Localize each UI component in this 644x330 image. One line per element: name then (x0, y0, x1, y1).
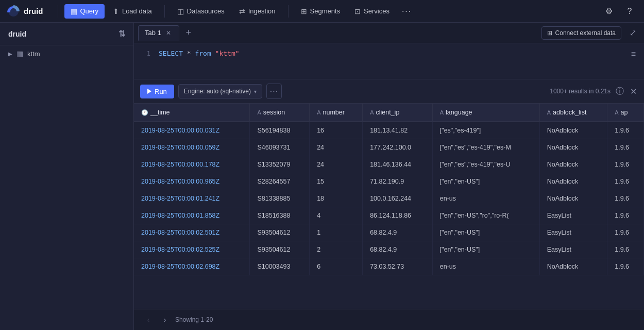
cell-ap: 1.9.6 (607, 224, 644, 241)
col-client-ip[interactable]: Aclient_ip (363, 104, 433, 122)
cell-client_ip: 100.0.162.244 (363, 190, 433, 207)
info-icon[interactable]: ⓘ (615, 85, 625, 98)
col-client-ip-label: client_ip (376, 109, 399, 116)
content-area: Tab 1 ✕ + ⊞ Connect external data ⤢ 1 SE… (134, 23, 644, 330)
nav-label-datasources: Datasources (187, 7, 225, 15)
col-adblock-label: adblock_list (553, 109, 586, 116)
language-col-icon: A (440, 109, 444, 116)
load-data-icon: ⬆ (113, 7, 119, 15)
col-ap[interactable]: Aap (607, 104, 644, 122)
nav-item-ingestion[interactable]: ⇄ Ingestion (233, 4, 282, 19)
nav-item-services[interactable]: ⊡ Services (348, 4, 396, 19)
datasources-icon: ◫ (177, 7, 184, 15)
table-row: 2019-08-25T00:00:00.031ZS5619483816181.1… (134, 122, 644, 139)
cell-adblock_list: NoAdblock (539, 190, 607, 207)
engine-label: Engine: auto (sql-native) (184, 88, 251, 95)
col-time[interactable]: 🕐__time (134, 104, 250, 122)
connect-external-data-button[interactable]: ⊞ Connect external data (541, 26, 621, 40)
sidebar-collapse-icon[interactable]: ⇅ (118, 29, 125, 39)
nav-item-segments[interactable]: ⊞ Segments (295, 4, 347, 19)
cell-number: 18 (310, 190, 363, 207)
cell-time: 2019-08-25T00:00:02.501Z (134, 224, 250, 241)
cell-session: S93504612 (250, 241, 310, 258)
col-language-label: language (446, 109, 472, 116)
table-name: "kttm" (215, 50, 240, 57)
table-row: 2019-08-25T00:00:02.501ZS93504612168.82.… (134, 224, 644, 241)
cell-language: ["en","es","es-419","es-U (432, 156, 539, 173)
cell-language: en-us (432, 258, 539, 275)
sidebar-header: druid ⇅ (0, 23, 133, 45)
add-tab-button[interactable]: + (181, 26, 196, 40)
connect-label: Connect external data (555, 29, 616, 37)
sidebar-item-kttm[interactable]: ▶ ▦ kttm (0, 45, 133, 62)
cell-language: ["en","en-US"] (432, 241, 539, 258)
nav-more-button[interactable]: ··· (398, 4, 416, 19)
query-code[interactable]: SELECT * from "kttm" (159, 50, 240, 57)
editor-menu-icon[interactable]: ≡ (629, 47, 638, 61)
nav-right: ⚙ ? (601, 3, 638, 20)
settings-button[interactable]: ⚙ (601, 3, 617, 20)
query-editor[interactable]: 1 SELECT * from "kttm" ≡ (134, 43, 644, 79)
help-button[interactable]: ? (621, 3, 638, 20)
col-session[interactable]: Asession (250, 104, 310, 122)
top-nav: druid ▤ Query ⬆ Load data ◫ Datasources … (0, 0, 644, 23)
cell-number: 15 (310, 173, 363, 190)
engine-selector[interactable]: Engine: auto (sql-native) ▾ (178, 84, 262, 98)
cell-time: 2019-08-25T00:00:00.031Z (134, 122, 250, 139)
table-row: 2019-08-25T00:00:02.525ZS93504612268.82.… (134, 241, 644, 258)
cell-ap: 1.9.6 (607, 258, 644, 275)
col-adblock-list[interactable]: Aadblock_list (539, 104, 607, 122)
cell-ap: 1.9.6 (607, 139, 644, 156)
nav-item-datasources[interactable]: ◫ Datasources (171, 4, 231, 19)
segments-icon: ⊞ (301, 7, 307, 15)
tab-close-button[interactable]: ✕ (164, 29, 173, 37)
adblock-col-icon: A (547, 109, 551, 116)
cell-client_ip: 181.13.41.82 (363, 122, 433, 139)
services-icon: ⊡ (354, 7, 361, 15)
keyword-from: from (195, 50, 211, 57)
keyword-select: SELECT (159, 50, 183, 57)
table-row: 2019-08-25T00:00:00.059ZS4609373124177.2… (134, 139, 644, 156)
query-toolbar: Run Engine: auto (sql-native) ▾ ··· 1000… (134, 79, 644, 104)
table-header: 🕐__time Asession Anumber Aclient_ip Alan… (134, 104, 644, 122)
cell-ap: 1.9.6 (607, 122, 644, 139)
cell-ap: 1.9.6 (607, 241, 644, 258)
query-line-1: 1 SELECT * from "kttm" (134, 47, 644, 59)
cell-session: S18516388 (250, 207, 310, 224)
logo[interactable]: druid (6, 4, 43, 19)
toolbar-more-button[interactable]: ··· (266, 84, 282, 99)
cell-time: 2019-08-25T00:00:02.525Z (134, 241, 250, 258)
run-button[interactable]: Run (140, 85, 174, 98)
header-row: 🕐__time Asession Anumber Aclient_ip Alan… (134, 104, 644, 122)
cell-time: 2019-08-25T00:00:00.059Z (134, 139, 250, 156)
collapse-panel-button[interactable]: ⤢ (625, 26, 640, 40)
cell-time: 2019-08-25T00:00:00.178Z (134, 156, 250, 173)
cell-client_ip: 71.82.190.9 (363, 173, 433, 190)
table-row: 2019-08-25T00:00:02.698ZS10003493673.03.… (134, 258, 644, 275)
cell-ap: 1.9.6 (607, 190, 644, 207)
cell-adblock_list: NoAdblock (539, 156, 607, 173)
line-number: 1 (140, 50, 150, 57)
nav-label-services: Services (364, 7, 389, 15)
nav-item-query[interactable]: ▤ Query (64, 4, 105, 19)
data-table-wrapper[interactable]: 🕐__time Asession Anumber Aclient_ip Alan… (134, 104, 644, 309)
nav-item-load-data[interactable]: ⬆ Load data (107, 4, 158, 19)
col-number-label: number (323, 109, 344, 116)
table-icon: ▦ (16, 50, 23, 58)
close-results-icon[interactable]: ✕ (629, 86, 638, 97)
prev-page-button[interactable]: ‹ (142, 314, 155, 326)
col-time-label: __time (150, 109, 170, 116)
next-page-button[interactable]: › (159, 314, 171, 326)
main-layout: druid ⇅ ▶ ▦ kttm Tab 1 ✕ + ⊞ Connect ext… (0, 23, 644, 330)
nav-divider-2 (164, 5, 165, 18)
cell-client_ip: 86.124.118.86 (363, 207, 433, 224)
cell-client_ip: 68.82.4.9 (363, 241, 433, 258)
col-language[interactable]: Alanguage (432, 104, 539, 122)
nav-label-ingestion: Ingestion (248, 7, 276, 15)
query-icon: ▤ (71, 7, 77, 15)
tab-1[interactable]: Tab 1 ✕ (138, 25, 179, 41)
ap-col-icon: A (615, 109, 618, 116)
col-number[interactable]: Anumber (310, 104, 363, 122)
cell-client_ip: 68.82.4.9 (363, 224, 433, 241)
cell-client_ip: 177.242.100.0 (363, 139, 433, 156)
